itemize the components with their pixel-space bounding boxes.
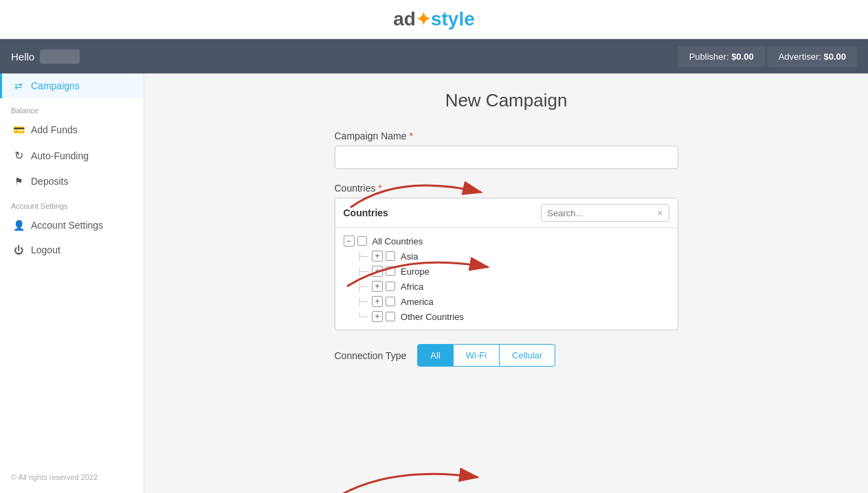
tree-label-all: All Countries [372,236,423,246]
tree-item-europe: ├─ + Europe [344,264,669,279]
campaign-name-label: Campaign Name * [335,130,678,141]
countries-label: Countries * [335,183,678,194]
nav-bar: Hello Publisher: $0.00 Advertiser: $0.00 [0,39,868,73]
campaign-name-input[interactable] [335,146,678,169]
countries-required-star: * [378,183,381,194]
publisher-balance-button[interactable]: Publisher: $0.00 [678,46,765,67]
logo-dot: ✦ [416,9,431,30]
countries-group: Countries * Countries × − [335,183,678,330]
tree-checkbox-europe[interactable] [386,266,395,276]
conn-btn-cellular[interactable]: Cellular [500,344,555,367]
auto-funding-icon: ↻ [13,149,24,162]
sidebar: ⇄ Campaigns Balance 💳 Add Funds ↻ Auto-F… [0,73,144,493]
username-display [40,49,80,64]
campaigns-label: Campaigns [31,80,80,91]
sidebar-top: ⇄ Campaigns Balance 💳 Add Funds ↻ Auto-F… [0,73,144,262]
tree-item-other: └─ + Other Countries [344,309,669,324]
publisher-label: Publisher: [689,51,729,62]
sidebar-item-account-settings[interactable]: 👤 Account Settings [0,213,144,238]
nav-right: Publisher: $0.00 Advertiser: $0.00 [678,46,857,67]
countries-search-wrap: × [541,204,669,222]
add-funds-icon: 💳 [13,124,24,135]
publisher-amount: $0.00 [731,51,754,62]
tree-label-other: Other Countries [401,312,464,322]
connection-type-label: Connection Type [335,350,407,361]
tree-connector-america: ├─ [357,297,368,306]
tree-connector-other: └─ [357,312,368,321]
tree-checkbox-all[interactable] [357,236,367,246]
logout-label: Logout [31,244,60,255]
tree-label-africa: Africa [401,282,423,292]
tree-connector-africa: ├─ [357,282,368,290]
tree-checkbox-other[interactable] [386,312,395,321]
tree-item-africa: ├─ + Africa [344,279,669,294]
logout-icon: ⏻ [13,244,24,255]
sidebar-section-balance: Balance [0,98,144,117]
tree-expand-all[interactable]: − [344,236,355,246]
connection-type-row: Connection Type All Wi-Fi Cellular [335,344,678,367]
tree-expand-asia[interactable]: + [372,251,383,262]
tree-connector-asia: ├─ [357,252,368,260]
countries-search-input[interactable] [542,205,652,221]
sidebar-item-add-funds[interactable]: 💳 Add Funds [0,117,144,142]
arrow-annotation-3 [326,451,498,493]
tree-expand-africa[interactable]: + [372,281,383,292]
deposits-label: Deposits [31,176,68,187]
tree-label-asia: Asia [401,251,418,262]
auto-funding-label: Auto-Funding [31,150,89,161]
logo-ad: ad [393,8,416,30]
countries-dropdown: Countries × − All Countries [335,198,678,330]
conn-btn-all[interactable]: All [417,344,453,367]
tree-item-asia: ├─ + Asia [344,249,669,264]
sidebar-item-logout[interactable]: ⏻ Logout [0,238,144,262]
sidebar-item-deposits[interactable]: ⚑ Deposits [0,169,144,194]
hello-label: Hello [11,51,34,62]
main-content: New Campaign Campaign Name * Countries *… [144,73,868,493]
page-title: New Campaign [172,90,841,111]
footer-text: © All rights reserved 2022 [11,473,98,481]
advertiser-label: Advertiser: [779,51,821,62]
advertiser-amount: $0.00 [823,51,846,62]
tree-connector-europe: ├─ [357,267,368,275]
connection-type-buttons: All Wi-Fi Cellular [417,344,555,367]
logo-style: style [431,8,475,30]
tree-checkbox-africa[interactable] [386,282,395,291]
sidebar-item-auto-funding[interactable]: ↻ Auto-Funding [0,142,144,169]
sidebar-section-account: Account Settings [0,194,144,213]
logo: ad✦style [393,8,475,30]
countries-header-label: Countries [344,207,388,218]
tree-expand-other[interactable]: + [372,311,383,322]
campaign-name-group: Campaign Name * [335,130,678,169]
sidebar-item-campaigns[interactable]: ⇄ Campaigns [0,73,144,98]
tree-item-all: − All Countries [344,233,669,249]
tree-checkbox-america[interactable] [386,297,395,306]
tree-expand-america[interactable]: + [372,296,383,307]
advertiser-balance-button[interactable]: Advertiser: $0.00 [768,46,857,67]
campaigns-icon: ⇄ [13,80,24,91]
tree-item-america: ├─ + America [344,294,669,309]
account-settings-icon: 👤 [13,220,24,231]
sidebar-footer: © All rights reserved 2022 [0,468,144,487]
conn-btn-wifi[interactable]: Wi-Fi [454,344,500,367]
countries-dropdown-header: Countries × [335,198,678,228]
add-funds-label: Add Funds [31,124,78,135]
nav-hello: Hello [11,49,80,64]
layout: ⇄ Campaigns Balance 💳 Add Funds ↻ Auto-F… [0,73,868,493]
tree-label-europe: Europe [401,266,430,277]
deposits-icon: ⚑ [13,176,24,187]
tree-checkbox-asia[interactable] [386,251,395,261]
countries-tree: − All Countries ├─ + Asia ├─ + [335,228,678,330]
tree-label-america: America [401,297,434,307]
account-settings-label: Account Settings [31,220,103,231]
tree-expand-europe[interactable]: + [372,266,383,277]
logo-bar: ad✦style [0,0,868,39]
required-star: * [409,130,412,141]
countries-search-clear-icon[interactable]: × [652,205,668,221]
